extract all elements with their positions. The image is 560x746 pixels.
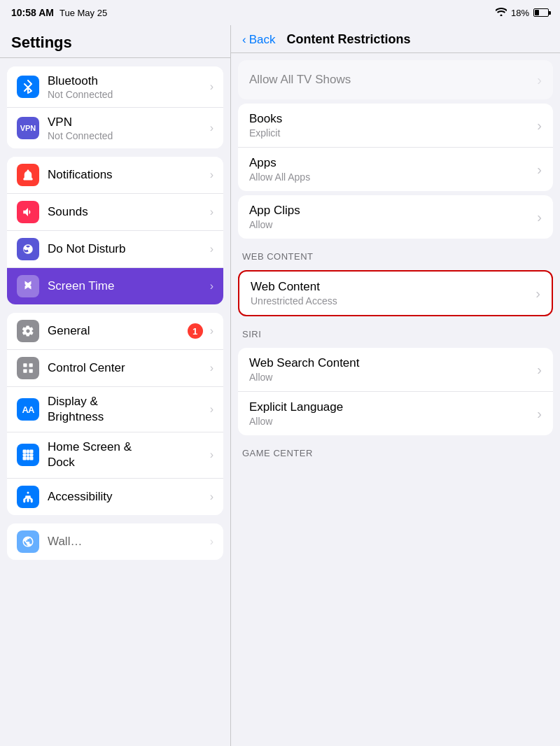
vpn-item[interactable]: VPN VPN Not Connected › (7, 108, 223, 148)
back-label: Back (249, 33, 276, 47)
vpn-content: VPN Not Connected (48, 115, 207, 141)
control-center-chevron: › (210, 362, 214, 374)
battery-shape (533, 8, 549, 17)
notifications-content: Notifications (48, 167, 207, 183)
control-center-item[interactable]: Control Center › (7, 350, 223, 387)
tv-shows-title: Allow All TV Shows (249, 73, 534, 87)
vpn-sublabel: Not Connected (48, 130, 207, 141)
svg-rect-9 (29, 454, 33, 457)
app-clips-group: App Clips Allow › (238, 195, 553, 239)
sounds-label: Sounds (48, 204, 207, 220)
bluetooth-item[interactable]: Bluetooth Not Connected › (7, 66, 223, 108)
explicit-language-content: Explicit Language Allow (249, 400, 534, 427)
accessibility-chevron: › (210, 491, 214, 503)
web-content-item[interactable]: Web Content Unrestricted Access › (239, 272, 552, 315)
svg-rect-4 (23, 450, 27, 453)
sounds-icon (17, 201, 39, 223)
siri-section-label: SIRI (231, 321, 560, 344)
vpn-label: VPN (48, 115, 207, 130)
status-date: Tue May 25 (59, 8, 107, 18)
svg-rect-8 (27, 454, 29, 457)
svg-point-13 (27, 491, 29, 493)
display-aa: AA (22, 404, 34, 415)
home-screen-icon (17, 444, 39, 466)
explicit-language-item[interactable]: Explicit Language Allow › (238, 392, 553, 435)
books-title: Books (249, 112, 534, 126)
display-brightness-chevron: › (210, 403, 214, 416)
svg-rect-1 (29, 363, 33, 367)
bluetooth-sublabel: Not Connected (48, 89, 207, 100)
partial-item[interactable]: Wall… › (7, 523, 223, 560)
display-brightness-item[interactable]: AA Display & Brightness › (7, 387, 223, 432)
web-content-group: Web Content Unrestricted Access › (238, 270, 553, 316)
status-time: 10:58 AM (11, 7, 54, 18)
app-clips-chevron: › (537, 209, 542, 225)
app-clips-title: App Clips (249, 204, 534, 218)
web-content-chevron: › (536, 286, 540, 302)
siri-group: Web Search Content Allow › Explicit Lang… (238, 348, 553, 435)
svg-rect-3 (29, 370, 33, 373)
apps-sub: Allow All Apps (249, 171, 534, 183)
web-search-item[interactable]: Web Search Content Allow › (238, 348, 553, 392)
vpn-badge: VPN (20, 124, 36, 132)
sounds-content: Sounds (48, 204, 207, 220)
do-not-disturb-content: Do Not Disturb (48, 241, 207, 257)
screen-time-content: Screen Time (48, 279, 207, 294)
web-search-chevron: › (537, 362, 542, 378)
tv-shows-group: Allow All TV Shows › (238, 60, 553, 99)
svg-rect-2 (23, 370, 27, 373)
web-search-content: Web Search Content Allow (249, 356, 534, 383)
display-brightness-content: Display & Brightness (48, 394, 207, 425)
bottom-group: Wall… › (7, 523, 223, 560)
notifications-icon (17, 164, 39, 186)
right-header: ‹ Back Content Restrictions (231, 25, 560, 53)
screen-time-chevron: › (210, 280, 214, 293)
general-chevron: › (210, 325, 214, 337)
home-screen-item[interactable]: Home Screen & Dock › (7, 432, 223, 478)
svg-rect-12 (29, 457, 33, 460)
notifications-item[interactable]: Notifications › (7, 157, 223, 194)
status-bar: 10:58 AM Tue May 25 18% (0, 0, 560, 25)
back-chevron-icon: ‹ (242, 33, 246, 47)
bluetooth-icon (17, 76, 39, 98)
vpn-icon: VPN (17, 117, 39, 139)
partial-icon (17, 530, 39, 553)
explicit-language-chevron: › (537, 406, 542, 422)
svg-rect-6 (29, 450, 33, 453)
settings-panel: Settings Bluetooth Not Connected › VPN (0, 25, 231, 746)
screen-time-label: Screen Time (48, 279, 207, 294)
svg-rect-0 (23, 363, 27, 367)
general-badge: 1 (188, 323, 203, 339)
preferences-group: General 1 › Control Center › (7, 313, 223, 514)
tv-shows-item[interactable]: Allow All TV Shows › (238, 60, 553, 99)
apps-item[interactable]: Apps Allow All Apps › (238, 148, 553, 191)
partial-content: Wall… (48, 534, 207, 549)
general-icon (17, 320, 39, 342)
bluetooth-content: Bluetooth Not Connected (48, 73, 207, 100)
app-clips-item[interactable]: App Clips Allow › (238, 195, 553, 239)
bluetooth-chevron: › (210, 80, 214, 93)
svg-rect-11 (27, 457, 29, 460)
tv-shows-chevron: › (537, 72, 542, 88)
explicit-language-title: Explicit Language (249, 400, 534, 414)
apps-content: Apps Allow All Apps (249, 156, 534, 183)
partial-label: Wall… (48, 534, 207, 549)
system-group: Notifications › Sounds › (7, 157, 223, 304)
screen-time-item[interactable]: Screen Time › (7, 268, 223, 304)
general-item[interactable]: General 1 › (7, 313, 223, 350)
accessibility-content: Accessibility (48, 489, 207, 505)
control-center-label: Control Center (48, 360, 207, 376)
sounds-item[interactable]: Sounds › (7, 194, 223, 231)
game-center-section-label: GAME CENTER (231, 439, 560, 463)
books-item[interactable]: Books Explicit › (238, 104, 553, 148)
accessibility-item[interactable]: Accessibility › (7, 479, 223, 515)
tv-shows-content: Allow All TV Shows (249, 73, 534, 87)
display-brightness-label: Display & Brightness (48, 394, 207, 425)
app-clips-sub: Allow (249, 219, 534, 230)
battery-icon: 18% (511, 8, 529, 18)
accessibility-label: Accessibility (48, 489, 207, 505)
svg-rect-5 (27, 450, 29, 453)
svg-rect-7 (23, 454, 27, 457)
do-not-disturb-item[interactable]: Do Not Disturb › (7, 231, 223, 268)
back-button[interactable]: ‹ Back (242, 33, 275, 47)
